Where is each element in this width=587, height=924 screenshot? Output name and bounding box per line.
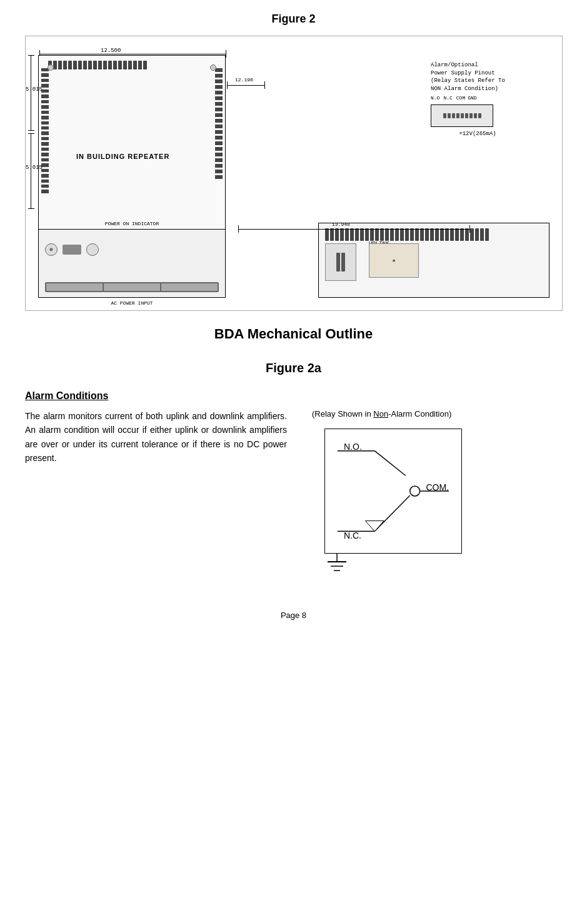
alarm-pinout-area: Alarm/Optional Power Supply Pinout (Rela… xyxy=(424,61,524,137)
ground-symbol xyxy=(324,552,374,584)
relay-switch-svg xyxy=(325,429,461,553)
connector-box xyxy=(431,104,493,127)
power-indicator-label: POWER ON INDICATOR xyxy=(105,221,159,226)
relay-caption-suffix: -Alarm Condition) xyxy=(388,409,451,419)
alarm-right-column: (Relay Shown in Non-Alarm Condition) N.O… xyxy=(299,390,562,586)
top-dim-line xyxy=(39,54,226,54)
page-figure-title: Figure 2 xyxy=(25,13,562,26)
repeater-label: IN BUILDING REPEATER xyxy=(76,153,169,160)
panel-display xyxy=(63,245,81,255)
svg-point-2 xyxy=(410,486,420,496)
svg-marker-6 xyxy=(365,521,384,532)
relay-diagram: N.O. COM. N.C. xyxy=(324,429,462,554)
relay-caption-prefix: Relay Shown in xyxy=(314,409,373,419)
page-number: Page 8 xyxy=(25,611,562,620)
panel-knob2 xyxy=(86,243,99,256)
right-dim1: 12.190 xyxy=(235,77,253,83)
alarm-pinout-text: Alarm/Optional Power Supply Pinout (Rela… xyxy=(431,61,524,93)
pin-nc-label: N.C xyxy=(443,95,452,101)
top-dim-text: 12.500 xyxy=(101,48,121,54)
pin-gnd-label: GND xyxy=(468,95,476,101)
svg-line-1 xyxy=(374,451,406,476)
rack-component1 xyxy=(325,243,356,281)
alarm-conditions-heading: Alarm Conditions xyxy=(25,390,287,402)
relay-caption: (Relay Shown in Non-Alarm Condition) xyxy=(312,409,562,419)
relay-caption-non: Non xyxy=(373,409,388,419)
figure-2a-title: Figure 2a xyxy=(25,361,562,375)
rack-width-dim: 13.940 xyxy=(332,221,350,227)
left-dim1: 5.015 xyxy=(26,86,43,93)
front-panel: POWER ON INDICATOR ⊕ AC POWER INPUT xyxy=(38,229,226,298)
ac-power-label: AC POWER INPUT xyxy=(111,300,153,306)
rack-unit: UPLINK ⊕ 9 Pin D-SUBConnector(Alarm Opti… xyxy=(318,223,549,298)
pin-com-label: COM xyxy=(456,95,465,101)
figure-drawing-area: 12.500 xyxy=(25,36,563,311)
left-dim2: 5.015 xyxy=(26,165,43,171)
voltage-label: +12V(265mA) xyxy=(431,131,524,137)
bda-title: BDA Mechanical Outline xyxy=(25,326,562,342)
svg-line-5 xyxy=(374,495,409,531)
panel-knob1: ⊕ xyxy=(45,243,58,256)
alarm-body-text: The alarm monitors current of both uplin… xyxy=(25,409,287,465)
pin-no-label: N.O xyxy=(431,95,439,101)
alarm-left-column: Alarm Conditions The alarm monitors curr… xyxy=(25,390,287,586)
rack-component2: ⊕ xyxy=(369,243,419,278)
panel-connector-strip xyxy=(45,282,219,292)
